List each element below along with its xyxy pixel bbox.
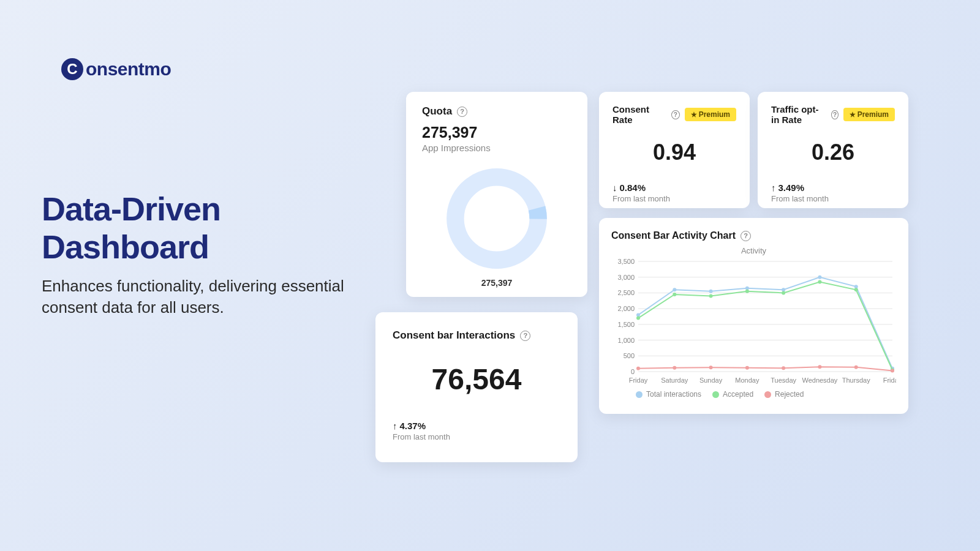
consent-rate-value: 0.94: [612, 140, 736, 165]
hero-section: Data-Driven Dashboard Enhances functiona…: [42, 190, 385, 318]
svg-point-48: [854, 365, 858, 369]
svg-point-27: [673, 288, 676, 291]
help-icon[interactable]: ?: [457, 107, 467, 117]
svg-point-28: [709, 290, 713, 293]
help-icon[interactable]: ?: [520, 331, 530, 341]
brand-name: onsentmo: [86, 59, 171, 80]
svg-point-37: [745, 290, 749, 293]
activity-chart-title: Consent Bar Activity Chart: [611, 230, 736, 241]
svg-point-49: [891, 369, 894, 372]
star-icon: ★: [691, 111, 697, 119]
svg-point-46: [782, 366, 785, 370]
help-icon[interactable]: ?: [671, 110, 680, 119]
legend-item: Rejected: [764, 390, 804, 399]
svg-text:Tuesday: Tuesday: [771, 377, 796, 384]
chart-inner-title: Activity: [611, 246, 896, 255]
svg-point-40: [854, 288, 858, 291]
svg-text:Sunday: Sunday: [699, 377, 723, 384]
svg-point-42: [636, 367, 640, 370]
svg-text:Friday: Friday: [883, 377, 896, 384]
svg-point-26: [636, 313, 640, 317]
svg-text:0: 0: [631, 368, 635, 375]
traffic-rate-delta-sub: From last month: [771, 194, 895, 203]
chart-legend: Total interactions Accepted Rejected: [636, 390, 896, 399]
svg-point-38: [782, 291, 785, 294]
help-icon[interactable]: ?: [741, 231, 751, 241]
svg-text:Saturday: Saturday: [661, 377, 688, 384]
brand-logo: C onsentmo: [61, 58, 171, 80]
svg-point-0: [455, 177, 538, 260]
svg-text:3,000: 3,000: [617, 274, 635, 281]
interactions-delta: 4.37%: [400, 421, 426, 431]
svg-point-34: [636, 317, 640, 320]
svg-text:2,000: 2,000: [617, 305, 635, 312]
premium-badge: ★Premium: [685, 108, 736, 121]
legend-dot-icon: [636, 391, 643, 398]
svg-point-45: [745, 366, 749, 370]
legend-item: Accepted: [712, 390, 753, 399]
traffic-rate-card: Traffic opt-in Rate ? ★Premium 0.26 ↑ 3.…: [758, 92, 908, 208]
svg-text:Wednesday: Wednesday: [802, 377, 837, 384]
traffic-rate-delta: 3.49%: [778, 182, 805, 193]
quota-donut-chart: [442, 164, 551, 273]
arrow-up-icon: ↑: [393, 421, 398, 431]
interactions-title: Consent bar Interactions: [393, 329, 515, 342]
activity-chart-card: Consent Bar Activity Chart ? Activity 05…: [599, 218, 908, 414]
quota-subtitle: App Impressions: [422, 143, 571, 153]
interactions-card: Consent bar Interactions ? 76,564 ↑ 4.37…: [375, 312, 578, 462]
svg-text:1,000: 1,000: [617, 337, 635, 344]
traffic-rate-value: 0.26: [771, 140, 895, 165]
svg-text:500: 500: [624, 352, 635, 359]
svg-text:3,500: 3,500: [617, 258, 635, 265]
quota-value: 275,397: [422, 124, 571, 141]
legend-dot-icon: [712, 391, 719, 398]
quota-donut-label: 275,397: [481, 278, 513, 288]
page-subtitle: Enhances functionality, delivering essen…: [42, 276, 385, 318]
svg-point-29: [745, 287, 749, 290]
interactions-delta-sub: From last month: [393, 432, 560, 441]
svg-text:1,500: 1,500: [617, 321, 635, 328]
svg-text:Monday: Monday: [735, 377, 760, 384]
legend-item: Total interactions: [636, 390, 701, 399]
svg-text:2,500: 2,500: [617, 289, 635, 296]
svg-point-43: [673, 366, 676, 370]
activity-line-chart: 05001,0001,5002,0002,5003,0003,500Friday…: [611, 258, 896, 386]
svg-point-30: [782, 288, 785, 291]
star-icon: ★: [850, 111, 856, 119]
svg-point-44: [709, 365, 713, 369]
legend-dot-icon: [764, 391, 771, 398]
quota-title: Quota: [422, 105, 452, 118]
svg-point-39: [818, 280, 821, 283]
svg-text:Thursday: Thursday: [842, 377, 870, 384]
consent-rate-card: Consent Rate ? ★Premium 0.94 ↓ 0.84% Fro…: [599, 92, 750, 208]
consent-rate-title: Consent Rate: [612, 104, 666, 125]
svg-text:Friday: Friday: [629, 377, 648, 384]
consent-rate-delta-sub: From last month: [612, 194, 736, 203]
premium-badge: ★Premium: [843, 108, 895, 121]
interactions-value: 76,564: [393, 362, 560, 396]
page-title: Data-Driven Dashboard: [42, 190, 385, 266]
help-icon[interactable]: ?: [831, 110, 838, 119]
consent-rate-delta: 0.84%: [620, 182, 646, 193]
svg-point-31: [818, 276, 821, 279]
logo-icon: C: [61, 58, 83, 80]
svg-point-32: [854, 285, 858, 288]
traffic-rate-title: Traffic opt-in Rate: [771, 104, 826, 125]
svg-point-36: [709, 294, 713, 298]
svg-point-47: [818, 365, 821, 369]
arrow-down-icon: ↓: [612, 182, 617, 193]
quota-card: Quota ? 275,397 App Impressions 275,397: [406, 92, 587, 297]
arrow-up-icon: ↑: [771, 182, 776, 193]
svg-point-35: [673, 293, 676, 296]
